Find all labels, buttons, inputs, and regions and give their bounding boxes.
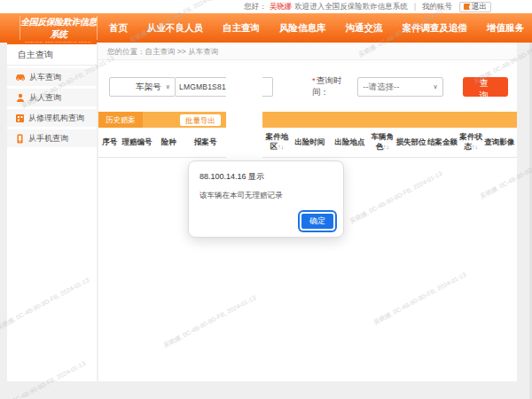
main-header: 全国反保险欺诈信息系统 NATIONAL ANTI INSURANCE FRAU… <box>0 13 532 43</box>
greeting-prefix: 您好： <box>244 2 267 12</box>
tab-history-claims[interactable]: 历史赔案 <box>98 112 143 128</box>
ok-button[interactable]: 确定 <box>300 212 335 231</box>
search-field-select[interactable]: 车架号 ∨ <box>109 77 176 97</box>
col-case-status[interactable]: 案件状态↑↓ <box>458 132 484 153</box>
col-claim-no: 理赔编号 <box>119 137 154 147</box>
sort-icon[interactable]: ↑↓ <box>278 144 284 150</box>
sidebar: 自主查询 从车查询 从人查询 <box>7 43 97 381</box>
col-settled-amount: 结案金额 <box>426 137 458 147</box>
app-logo: 全国反保险欺诈信息系统 NATIONAL ANTI INSURANCE FRAU… <box>20 16 98 40</box>
repair-org-icon <box>15 113 25 123</box>
sidebar-item-label: 从车查询 <box>29 72 61 83</box>
col-case-region[interactable]: 案件地区↑↓ <box>264 132 290 153</box>
query-time-selected: --请选择-- <box>363 82 399 93</box>
phone-icon <box>15 134 25 144</box>
nav-item-case-investigation[interactable]: 案件调查及追偿 <box>393 22 478 35</box>
col-query-image: 查询影像 <box>483 137 515 147</box>
chevron-down-icon: ∨ <box>166 83 170 90</box>
col-accident-place: 出险地点 <box>330 137 370 147</box>
alert-dialog: 88.100.14.16 显示 该车辆在本司无理赔记录 确定 <box>188 160 344 238</box>
results-bar: 历史赔案 批量导出 <box>98 112 517 128</box>
car-icon <box>15 73 26 82</box>
nav-item-bad-practitioners[interactable]: 从业不良人员 <box>137 22 213 35</box>
required-mark: * <box>312 75 316 85</box>
logout-button[interactable]: 退出 <box>459 2 491 12</box>
main-nav: 首页 从业不良人员 自主查询 风险信息库 沟通交流 案件调查及追偿 增值服务 <box>99 13 532 43</box>
nav-item-communication[interactable]: 沟通交流 <box>336 22 393 35</box>
sidebar-item-label: 从手机查询 <box>28 133 68 145</box>
search-field-selected: 车架号 <box>114 82 166 93</box>
nav-item-risk-library[interactable]: 风险信息库 <box>270 22 336 35</box>
alert-dialog-title: 88.100.14.16 显示 <box>200 171 332 183</box>
top-greeting-bar: 您好： 吴晓娜 欢迎进入全国反保险欺诈信息系统 ｜ 我的账号 退出 <box>0 0 532 13</box>
chevron-down-icon: ∨ <box>433 83 437 90</box>
query-time-label: *查询时间： <box>312 75 355 98</box>
page-root: 您好： 吴晓娜 欢迎进入全国反保险欺诈信息系统 ｜ 我的账号 退出 全国反保险欺… <box>0 0 532 399</box>
nav-item-self-query[interactable]: 自主查询 <box>213 22 270 35</box>
query-button[interactable]: 查 询 <box>463 77 508 97</box>
sidebar-item-label: 从修理机构查询 <box>28 113 84 124</box>
sidebar-item-label: 从人查询 <box>29 92 61 104</box>
sidebar-item-vehicle-query[interactable]: 从车查询 <box>7 68 97 86</box>
breadcrumb: 您的位置：自主查询 >> 从车查询 <box>98 43 517 60</box>
sidebar-item-phone-query[interactable]: 从手机查询 <box>7 129 97 147</box>
sort-icon[interactable]: ↑↓ <box>472 144 478 150</box>
nav-item-value-added[interactable]: 增值服务 <box>477 22 532 35</box>
col-accident-time: 出险时间 <box>290 137 330 147</box>
divider: ｜ <box>411 2 419 12</box>
alert-dialog-actions: 确定 <box>300 211 335 231</box>
col-insurance-type: 险种 <box>155 137 183 147</box>
my-account-link[interactable]: 我的账号 <box>422 2 452 12</box>
search-form: 车架号 ∨ LMGMB1S81P10 *查询时间： --请选择-- ∨ 查 询 <box>98 60 517 112</box>
batch-export-button[interactable]: 批量导出 <box>180 114 221 126</box>
redaction-patch <box>226 66 262 161</box>
col-vehicle-role[interactable]: 车辆角色↑↓ <box>370 132 395 153</box>
logout-icon <box>464 4 470 10</box>
claims-table-header: 序号 理赔编号 险种 报案号 理赔公司↑↓ 案件地区↑↓ 出险时间 出险地点 车… <box>98 128 517 158</box>
col-report-no: 报案号 <box>183 137 229 147</box>
app-title: 全国反保险欺诈信息系统 <box>20 16 97 41</box>
col-seq: 序号 <box>100 137 119 147</box>
logout-label: 退出 <box>472 2 487 12</box>
sort-icon[interactable]: ↑↓ <box>383 144 389 150</box>
username: 吴晓娜 <box>270 2 293 12</box>
sidebar-item-repair-org-query[interactable]: 从修理机构查询 <box>7 109 97 127</box>
alert-dialog-message: 该车辆在本司无理赔记录 <box>200 191 332 201</box>
person-icon <box>15 93 26 103</box>
nav-item-home[interactable]: 首页 <box>99 22 137 35</box>
welcome-text: 欢迎进入全国反保险欺诈信息系统 <box>294 2 408 12</box>
col-damage-part: 损失部位 <box>395 137 427 147</box>
sidebar-title: 自主查询 <box>7 44 97 66</box>
query-time-select[interactable]: --请选择-- ∨ <box>357 77 442 97</box>
sidebar-item-person-query[interactable]: 从人查询 <box>7 89 97 106</box>
